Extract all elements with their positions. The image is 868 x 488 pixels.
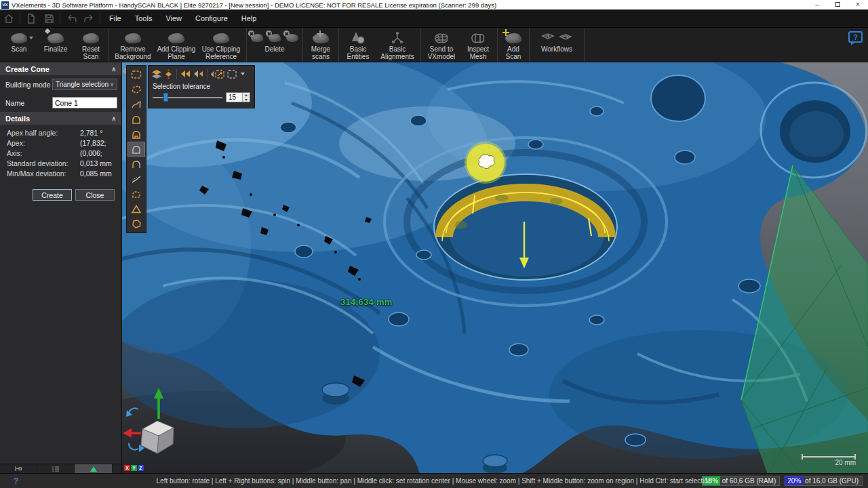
shrink-selection-icon[interactable] xyxy=(180,69,191,79)
workflow-icon xyxy=(559,33,572,43)
ribbon-group-add-scan: Add Scan xyxy=(498,28,530,62)
minimize-button[interactable]: – xyxy=(807,0,827,9)
ram-usage-indicator: 18% of 60,6 GB (RAM) xyxy=(702,476,780,486)
basic-alignments-button[interactable]: Basic Alignments xyxy=(376,29,419,60)
finalize-button[interactable]: Finalize xyxy=(37,29,75,60)
axis-y-label: Y xyxy=(131,465,137,471)
brush-selection-tool-active[interactable] xyxy=(127,142,145,157)
name-input[interactable] xyxy=(52,97,117,108)
select-visible-icon[interactable] xyxy=(163,69,174,79)
slider-handle[interactable] xyxy=(163,93,168,102)
name-label: Name xyxy=(5,99,52,107)
scale-bar-line xyxy=(802,456,856,458)
menu-view[interactable]: View xyxy=(159,9,189,27)
create-cone-header[interactable]: Create Cone ∧ xyxy=(0,62,121,75)
status-help-icon[interactable]: ? xyxy=(14,476,18,486)
maximize-button[interactable] xyxy=(827,0,848,9)
3d-viewport[interactable]: Selection tolerance 314,634 mm 20 mm xyxy=(122,62,868,473)
new-document-icon[interactable] xyxy=(22,12,40,25)
dashed-brush-selection-tool[interactable] xyxy=(127,186,145,201)
menu-separator xyxy=(100,13,100,24)
close-button[interactable]: × xyxy=(848,0,868,9)
menu-bar: File Tools View Configure Help xyxy=(0,9,868,28)
frame-selection-icon[interactable] xyxy=(226,69,237,79)
create-button[interactable]: Create xyxy=(33,189,72,201)
building-mode-select[interactable]: Triangle selection ∨ xyxy=(52,79,117,90)
scale-bar-label: 20 mm xyxy=(802,459,856,466)
detail-row: Standard deviation:0,013 mm xyxy=(0,159,121,169)
brush-selection-tool-3[interactable] xyxy=(127,157,145,171)
basic-entities-icon xyxy=(351,30,366,45)
menu-file[interactable]: File xyxy=(102,9,128,27)
tab-tree-view[interactable] xyxy=(0,464,37,473)
panel-buttons: Create Close xyxy=(0,189,115,201)
home-icon[interactable] xyxy=(0,12,18,25)
scan-button[interactable]: Scan xyxy=(1,29,37,60)
close-panel-button[interactable]: Close xyxy=(75,189,115,201)
merge-scans-icon xyxy=(313,30,329,45)
rectangle-selection-tool[interactable] xyxy=(127,67,145,82)
workflows-button[interactable]: Workflows xyxy=(531,29,583,60)
3d-scene[interactable] xyxy=(122,62,868,473)
collapse-chevron-icon[interactable]: ∧ xyxy=(111,115,116,122)
brush-selection-tool-1[interactable] xyxy=(127,112,145,127)
ribbon-group-scan: Scan Finalize Reset Scan xyxy=(0,28,109,62)
send-to-vxmodel-button[interactable]: Send to VXmodel xyxy=(422,29,460,60)
scan-dropdown-caret xyxy=(29,37,33,39)
undo-icon[interactable] xyxy=(62,12,80,25)
scan-icon xyxy=(11,30,27,45)
add-scan-button[interactable]: Add Scan xyxy=(499,29,528,60)
spin-down-button[interactable] xyxy=(243,98,250,102)
panel-tab-bar xyxy=(0,464,121,473)
more-options-caret[interactable] xyxy=(241,73,245,75)
reset-scan-icon xyxy=(83,30,99,45)
collapse-chevron-icon[interactable]: ∧ xyxy=(111,66,116,73)
ribbon-group-delete: Delete xyxy=(247,28,303,62)
selection-options-icons xyxy=(149,66,254,82)
menu-tools[interactable]: Tools xyxy=(128,9,159,27)
grow-selection-icon[interactable] xyxy=(193,69,204,79)
select-through-icon[interactable] xyxy=(151,69,162,79)
tab-scan-active[interactable] xyxy=(75,464,113,473)
send-to-vxmodel-icon xyxy=(433,30,450,45)
title-bar: VX VXelements - 3D Software Platform - H… xyxy=(0,0,868,9)
brush-stroke-selection-tool[interactable] xyxy=(127,171,145,186)
ribbon-toolbar: Scan Finalize Reset Scan Remove Backgrou… xyxy=(0,28,868,62)
gpu-usage-indicator: 20% of 16,0 GB (GPU) xyxy=(785,476,863,486)
help-bubble-button[interactable]: ? xyxy=(848,31,863,43)
merge-scans-button[interactable]: Merge scans xyxy=(304,29,337,60)
tolerance-value-input[interactable] xyxy=(226,93,242,102)
use-clipping-reference-button[interactable]: Use Clipping Reference xyxy=(197,29,245,60)
reset-scan-button[interactable]: Reset Scan xyxy=(75,29,107,60)
brush-selection-tool-2[interactable] xyxy=(127,127,145,142)
add-scan-icon xyxy=(505,30,521,45)
delete-scan-icon xyxy=(251,34,263,42)
menu-configure[interactable]: Configure xyxy=(189,9,235,27)
tab-list-view[interactable] xyxy=(37,464,75,473)
basic-entities-button[interactable]: Basic Entities xyxy=(340,29,376,60)
basic-alignments-icon xyxy=(391,30,404,45)
details-header[interactable]: Details ∧ xyxy=(0,112,121,125)
building-mode-value: Triangle selection xyxy=(56,81,108,88)
triangle-selection-tool[interactable] xyxy=(127,201,145,216)
selection-brush-cursor xyxy=(465,142,507,184)
measurement-label: 314,634 mm xyxy=(340,297,393,307)
polygon-selection-tool[interactable] xyxy=(127,82,145,97)
save-icon[interactable] xyxy=(40,12,58,25)
resource-indicators: 18% of 60,6 GB (RAM) 20% of 16,0 GB (GPU… xyxy=(702,476,863,486)
zoom-on-selection-icon[interactable] xyxy=(210,69,225,79)
delete-curve-icon xyxy=(269,34,281,42)
connected-region-selection-tool[interactable] xyxy=(127,216,145,231)
redo-icon[interactable] xyxy=(80,12,98,25)
freehand-selection-tool[interactable] xyxy=(127,97,145,112)
select-chevron-icon: ∨ xyxy=(110,81,114,87)
inspect-mesh-button[interactable]: Inspect Mesh xyxy=(460,29,496,60)
remove-background-button[interactable]: Remove Background xyxy=(111,29,155,60)
spin-arrows xyxy=(242,93,250,102)
menu-help[interactable]: Help xyxy=(235,9,264,27)
add-clipping-plane-button[interactable]: Add Clipping Plane xyxy=(155,29,197,60)
main-area: Create Cone ∧ Building mode Triangle sel… xyxy=(0,62,868,473)
delete-button[interactable]: Delete xyxy=(248,29,301,60)
gpu-text: of 16,0 GB (GPU) xyxy=(805,477,859,485)
tolerance-slider[interactable] xyxy=(153,93,222,102)
